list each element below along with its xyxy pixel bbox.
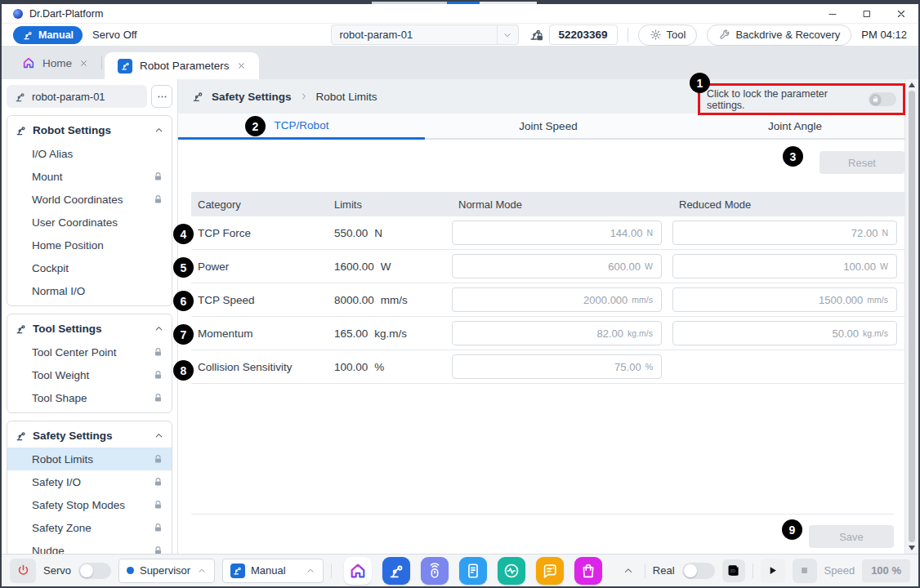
more-options-button[interactable]: [151, 85, 172, 108]
sidebar-item-tool-shape[interactable]: Tool Shape: [7, 386, 172, 409]
dock-robot-parameters-icon[interactable]: [382, 557, 410, 585]
dock-log-icon[interactable]: [536, 557, 564, 585]
3d-view-button[interactable]: 3D: [722, 559, 745, 582]
breadcrumb-page[interactable]: Robot Limits: [316, 91, 377, 103]
limit-unit: N: [374, 227, 382, 239]
reset-button[interactable]: Reset: [820, 151, 904, 174]
dock-jog-icon[interactable]: [421, 557, 449, 585]
backdrive-recovery-button[interactable]: Backdrive & Recovery: [707, 24, 851, 46]
sidebar-item-safety-i-o[interactable]: Safety I/O: [7, 470, 172, 493]
column-header: Category: [191, 198, 328, 211]
close-icon[interactable]: [895, 8, 907, 20]
sidebar-item-i-o-alias[interactable]: I/O Alias: [7, 142, 172, 165]
dock-task-writer-icon[interactable]: [459, 557, 487, 585]
task-writer-icon: [464, 562, 482, 580]
manual-mode-label: Manual: [38, 29, 74, 41]
normal-mode-input[interactable]: 82.00kg.m/s: [452, 321, 662, 345]
normal-mode-cell: 82.00kg.m/s: [452, 321, 672, 345]
dock-home-icon[interactable]: [344, 557, 372, 585]
input-value: 100.00: [843, 261, 876, 273]
log-icon: [541, 562, 559, 580]
mode-select[interactable]: Manual: [222, 559, 324, 583]
normal-mode-input[interactable]: 600.00W: [452, 254, 662, 278]
dock-monitoring-icon[interactable]: [498, 557, 525, 585]
sidebar-item-world-coordinates[interactable]: World Coordinates: [7, 188, 172, 211]
normal-mode-cell: 75.00%: [452, 354, 672, 379]
vertical-scrollbar[interactable]: [904, 79, 918, 554]
speed-value[interactable]: 100 %: [862, 559, 910, 582]
reduced-mode-input[interactable]: 1500.000mm/s: [672, 287, 897, 312]
category-cell: TCP Speed: [191, 294, 328, 306]
sidebar-group-header-tool-settings[interactable]: Tool Settings: [7, 316, 172, 341]
sidebar-item-tool-center-point[interactable]: Tool Center Point: [7, 341, 172, 363]
scroll-down-arrow[interactable]: [909, 546, 915, 550]
stop-button[interactable]: [793, 559, 817, 583]
limits-tab-label: Joint Angle: [768, 120, 822, 132]
real-toggle[interactable]: [682, 563, 715, 579]
breadcrumb-section[interactable]: Safety Settings: [212, 91, 292, 103]
limits-tab-joint-angle[interactable]: Joint Angle: [672, 114, 918, 140]
dock-expand-button[interactable]: [619, 562, 637, 580]
role-select[interactable]: Supervisor: [118, 559, 215, 583]
sidebar-item-user-coordinates[interactable]: User Coordinates: [7, 211, 172, 234]
sidebar-group-header-robot-settings[interactable]: Robot Settings: [7, 118, 172, 142]
sidebar-item-safety-stop-modes[interactable]: Safety Stop Modes: [7, 493, 172, 516]
reduced-mode-input[interactable]: 72.00N: [672, 220, 897, 245]
limits-tab-tcp-robot[interactable]: TCP/Robot: [178, 114, 425, 140]
sidebar-item-home-position[interactable]: Home Position: [7, 234, 172, 256]
app-logo-icon: [13, 9, 23, 19]
normal-mode-input[interactable]: 75.00%: [452, 354, 662, 379]
tab-robot-parameters[interactable]: Robot Parameters: [105, 52, 259, 79]
sidebar-item-mount[interactable]: Mount: [7, 165, 172, 188]
close-tab-icon[interactable]: [237, 61, 246, 70]
home-icon: [22, 56, 35, 69]
servo-toggle[interactable]: [78, 563, 111, 579]
limits-tab-joint-speed[interactable]: Joint Speed: [425, 114, 672, 140]
store-icon: [579, 562, 597, 580]
sidebar-item-cockpit[interactable]: Cockpit: [7, 256, 172, 279]
sidebar-item-safety-zone[interactable]: Safety Zone: [7, 516, 172, 539]
normal-mode-cell: 144.00N: [452, 220, 672, 245]
input-value: 2000.000: [583, 294, 627, 306]
sidebar-item-label: Robot Limits: [32, 453, 93, 466]
reduced-mode-cell: 72.00N: [672, 220, 904, 245]
param-name-box[interactable]: robot-param-01: [7, 85, 147, 108]
dock-store-icon[interactable]: [574, 557, 602, 585]
normal-mode-input[interactable]: 144.00N: [452, 220, 662, 245]
category-cell: Momentum: [191, 327, 328, 340]
limit-value: 8000.00: [334, 294, 374, 306]
sidebar-item-nudge[interactable]: Nudge: [7, 539, 172, 554]
close-tab-icon[interactable]: [79, 59, 88, 68]
chevron-right-icon: [299, 91, 309, 101]
sidebar: robot-param-01 Robot SettingsI/O AliasMo…: [2, 79, 178, 554]
reduced-mode-input[interactable]: 50.00kg.m/s: [672, 321, 897, 345]
sidebar-item-tool-weight[interactable]: Tool Weight: [7, 363, 172, 386]
sidebar-item-normal-i-o[interactable]: Normal I/O: [7, 279, 172, 302]
scrollbar-thumb[interactable]: [909, 91, 915, 542]
category-cell: Power: [191, 261, 328, 273]
speed-label: Speed: [824, 564, 855, 577]
play-button[interactable]: [761, 559, 785, 583]
table-row: TCP Speed8000.00mm/s2000.000mm/s1500.000…: [191, 283, 904, 317]
power-button[interactable]: [10, 559, 36, 583]
sidebar-group-header-safety-settings[interactable]: Safety Settings: [7, 423, 172, 448]
robot-lock-icon: [529, 27, 544, 42]
sidebar-item-label: Nudge: [32, 545, 65, 555]
tool-button[interactable]: Tool: [638, 24, 698, 46]
param-file-select[interactable]: robot-param-01: [331, 24, 519, 45]
table-row: Power1600.00W600.00W100.00W: [191, 250, 904, 283]
sidebar-item-robot-limits[interactable]: Robot Limits: [7, 448, 172, 470]
normal-mode-input[interactable]: 2000.000mm/s: [452, 287, 662, 312]
maximize-icon[interactable]: [861, 8, 873, 20]
reduced-mode-input[interactable]: 100.00W: [672, 254, 897, 278]
manual-mode-button[interactable]: Manual: [13, 26, 83, 44]
tab-home[interactable]: Home: [11, 47, 99, 79]
input-value: 82.00: [597, 327, 624, 340]
scroll-up-arrow[interactable]: [909, 82, 915, 87]
lock-toggle[interactable]: [869, 92, 896, 106]
divider: [101, 56, 102, 69]
minimize-icon[interactable]: [827, 8, 838, 20]
save-button[interactable]: Save: [809, 525, 894, 548]
limits-table: CategoryLimitsNormal ModeReduced Mode TC…: [191, 192, 904, 384]
sidebar-group-label: Safety Settings: [33, 430, 113, 442]
